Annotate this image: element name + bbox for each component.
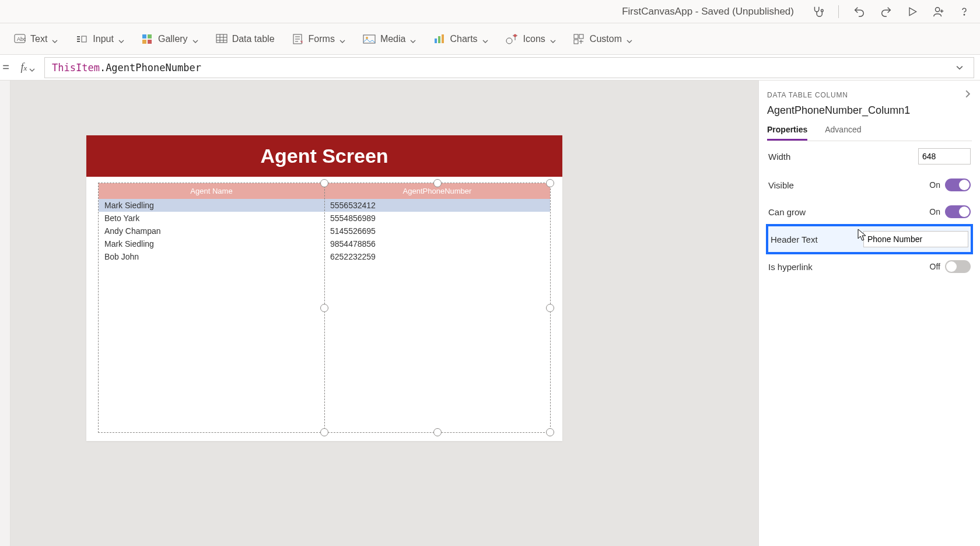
title-bar: FirstCanvasApp - Saved (Unpublished) <box>0 0 980 23</box>
canvas[interactable]: Agent Screen Agent Name AgentPhoneNumber… <box>10 80 758 546</box>
table-body: Mark Siedling5556532412Beto Yark55548569… <box>99 199 550 263</box>
prop-cangrow: Can grow On <box>767 198 972 225</box>
data-table-icon <box>216 34 228 44</box>
cell-name: Mark Siedling <box>99 237 324 250</box>
panel-heading: DATA TABLE COLUMN <box>767 90 972 100</box>
tab-properties[interactable]: Properties <box>767 125 807 141</box>
svg-rect-8 <box>142 40 146 44</box>
prop-headertext-input[interactable] <box>863 231 968 247</box>
svg-point-0 <box>821 9 824 12</box>
cell-phone: 5145526695 <box>324 225 550 237</box>
data-table[interactable]: Agent Name AgentPhoneNumber Mark Siedlin… <box>98 183 551 433</box>
cursor-icon <box>858 229 867 242</box>
svg-point-18 <box>513 34 516 37</box>
prop-visible-label: Visible <box>768 180 794 190</box>
resize-handle[interactable] <box>320 304 328 312</box>
resize-handle[interactable] <box>320 179 328 187</box>
cell-phone: 5556532412 <box>324 199 550 212</box>
chevron-down-icon[interactable] <box>953 64 967 71</box>
ribbon-input-label: Input <box>93 34 114 44</box>
media-icon <box>363 34 376 44</box>
ribbon-forms[interactable]: Forms <box>292 34 345 44</box>
svg-point-17 <box>506 38 512 44</box>
equals-label: = <box>0 61 12 74</box>
chevron-right-icon[interactable] <box>964 90 972 100</box>
resize-handle[interactable] <box>546 179 554 187</box>
stethoscope-icon[interactable] <box>811 5 824 18</box>
table-row[interactable]: Beto Yark5554856989 <box>99 212 550 225</box>
gallery-icon <box>142 34 153 44</box>
ribbon-text-label: Text <box>30 34 47 44</box>
formula-input[interactable]: ThisItem.AgentPhoneNumber <box>44 57 974 78</box>
cell-phone: 6252232259 <box>324 250 550 263</box>
ribbon-gallery-label: Gallery <box>158 34 188 44</box>
undo-icon[interactable] <box>853 5 866 18</box>
chevron-down-icon <box>118 36 124 42</box>
chevron-down-icon <box>550 36 556 42</box>
svg-rect-5 <box>82 36 86 42</box>
svg-rect-10 <box>216 34 227 43</box>
prop-headertext: Header Text <box>767 225 972 253</box>
fx-dropdown[interactable]: fx <box>12 61 44 74</box>
chevron-down-icon <box>29 65 35 71</box>
ribbon-text[interactable]: Abc Text <box>14 34 58 44</box>
app-title: Agent Screen <box>86 135 562 177</box>
ribbon-media[interactable]: Media <box>363 34 416 44</box>
redo-icon[interactable] <box>880 5 892 18</box>
prop-cangrow-label: Can grow <box>768 207 806 217</box>
app-preview: Agent Screen Agent Name AgentPhoneNumber… <box>86 135 562 441</box>
table-row[interactable]: Andy Champan5145526695 <box>99 225 550 237</box>
help-icon[interactable] <box>959 5 970 18</box>
col-header-name[interactable]: Agent Name <box>99 183 324 199</box>
prop-visible-toggle[interactable] <box>945 178 971 191</box>
document-title: FirstCanvasApp - Saved (Unpublished) <box>622 6 794 18</box>
svg-point-2 <box>964 14 965 15</box>
chevron-down-icon <box>626 36 632 42</box>
ribbon-datatable[interactable]: Data table <box>216 34 275 44</box>
table-row[interactable]: Mark Siedling5556532412 <box>99 199 550 212</box>
tab-advanced[interactable]: Advanced <box>825 125 861 141</box>
svg-rect-7 <box>148 34 152 38</box>
formula-bar: = fx ThisItem.AgentPhoneNumber <box>0 55 980 80</box>
title-icon-group <box>811 5 970 18</box>
ribbon-input[interactable]: Input <box>75 34 124 44</box>
svg-text:Abc: Abc <box>17 36 26 42</box>
play-icon[interactable] <box>907 5 918 18</box>
cell-name: Andy Champan <box>99 225 324 237</box>
svg-rect-21 <box>574 40 578 44</box>
share-icon[interactable] <box>932 5 945 18</box>
svg-rect-15 <box>438 36 440 43</box>
table-row[interactable]: Mark Siedling9854478856 <box>99 237 550 250</box>
formula-token-thisitem: ThisItem <box>52 62 100 74</box>
selected-control-name: AgentPhoneNumber_Column1 <box>767 104 972 117</box>
resize-handle[interactable] <box>320 428 328 436</box>
svg-point-1 <box>936 7 940 11</box>
ribbon-charts[interactable]: Charts <box>433 34 488 44</box>
left-rail[interactable] <box>0 80 10 546</box>
ribbon-custom[interactable]: Custom <box>573 34 632 44</box>
prop-width-input[interactable] <box>918 148 971 164</box>
prop-width-label: Width <box>768 152 790 162</box>
input-icon <box>75 34 88 44</box>
prop-hyperlink: Is hyperlink Off <box>767 253 972 280</box>
ribbon-icons-label: Icons <box>523 34 545 44</box>
svg-rect-14 <box>435 38 437 43</box>
table-row[interactable]: Bob John6252232259 <box>99 250 550 263</box>
ribbon-datatable-label: Data table <box>232 34 275 44</box>
resize-handle[interactable] <box>546 304 554 312</box>
ribbon-gallery[interactable]: Gallery <box>142 34 198 44</box>
cell-phone: 9854478856 <box>324 237 550 250</box>
resize-handle[interactable] <box>433 179 442 187</box>
prop-hyperlink-toggle[interactable] <box>945 260 971 273</box>
chevron-down-icon <box>482 36 488 42</box>
svg-rect-6 <box>142 34 146 38</box>
properties-panel: DATA TABLE COLUMN AgentPhoneNumber_Colum… <box>758 80 980 546</box>
text-icon: Abc <box>14 34 26 44</box>
resize-handle[interactable] <box>433 428 442 436</box>
ribbon-icons[interactable]: Icons <box>506 34 556 44</box>
prop-cangrow-toggle[interactable] <box>945 205 971 218</box>
resize-handle[interactable] <box>546 428 554 436</box>
svg-rect-12 <box>363 35 375 43</box>
chevron-down-icon <box>52 36 58 42</box>
prop-hyperlink-label: Is hyperlink <box>768 262 813 272</box>
